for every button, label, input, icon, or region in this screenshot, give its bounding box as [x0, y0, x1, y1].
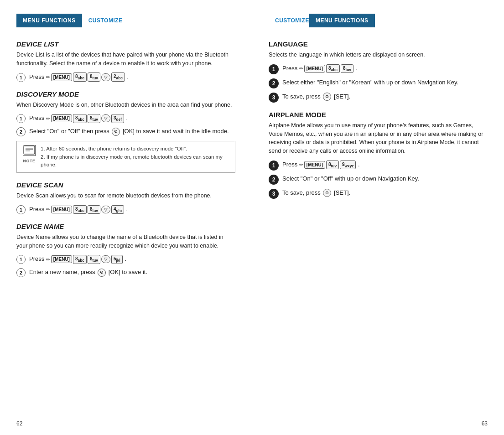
key-8h: 8tuv [88, 255, 100, 264]
key-8e: 8abc [73, 205, 87, 214]
section-device-scan: DEVICE SCAN Device Scan allows you to sc… [16, 181, 235, 214]
step-filled-l3: 3 [269, 93, 279, 103]
airplane-mode-title: AIRPLANE MODE [269, 111, 488, 119]
pencil-icon4: ✏ [46, 257, 50, 262]
key-8d: 8tuv [88, 114, 100, 123]
step-filled-l1: 1 [269, 64, 279, 74]
device-name-step2-text: Enter a new name, press ⊙ [OK] to save i… [29, 268, 147, 277]
language-text: Selects the language in which letters ar… [269, 51, 488, 59]
language-title: LANGUAGE [269, 40, 488, 48]
device-scan-title: DEVICE SCAN [16, 181, 235, 189]
device-list-title: DEVICE LIST [16, 40, 235, 48]
key-nav3: ▽ [101, 206, 110, 213]
discovery-step2-text: Select "On" or "Off" then press ⊙ [OK] t… [29, 127, 229, 136]
section-airplane-mode: AIRPLANE MODE Airplane Mode allows you t… [269, 111, 488, 199]
pencil-icon2: ✏ [46, 116, 50, 121]
right-menu-btn: MENU FUNCTIONS [309, 14, 375, 27]
language-step1: 1 Press ✏[MENU]8abc8tuv . [269, 64, 488, 74]
note-box: NOTE 1. After 60 seconds, the phone retu… [16, 141, 235, 173]
device-scan-step1: 1 Press ✏[MENU]8abc8tuv▽4ghi . [16, 205, 235, 214]
language-step1-text: Press ✏[MENU]8abc8tuv . [282, 64, 357, 73]
ok-circle2: ⊙ [98, 269, 106, 277]
device-scan-step1-text: Press ✏[MENU]8abc8tuv▽4ghi . [29, 205, 128, 214]
discovery-mode-text: When Discovery Mode is on, other Bluetoo… [16, 101, 235, 109]
left-menu-btn: MENU FUNCTIONS [16, 14, 82, 27]
device-name-step2: 2 Enter a new name, press ⊙ [OK] to save… [16, 268, 235, 277]
key-5: 5jkl [111, 255, 123, 264]
key-8b: 8tuv [88, 72, 100, 81]
airplane-step3-text: To save, press ⊙ [SET]. [282, 188, 350, 197]
menu-key4: [MENU] [51, 255, 72, 263]
ok-circle1: ⊙ [112, 128, 120, 136]
pencil-icon: ✏ [46, 74, 50, 80]
menu-key: [MENU] [51, 73, 72, 81]
key-8f: 8tuv [88, 205, 100, 214]
ok-circle4: ⊙ [323, 189, 331, 197]
svg-rect-0 [24, 146, 35, 154]
pencil-icon6: ✏ [299, 162, 303, 167]
language-step2-text: Select either "English" or "Korean" with… [282, 78, 458, 87]
discovery-step1: 1 Press ✏[MENU]8abc8tuv▽3def . [16, 114, 235, 123]
step-circle-d1: 1 [16, 114, 26, 123]
note-line1: 1. After 60 seconds, the phone returns t… [41, 145, 230, 153]
device-name-title: DEVICE NAME [16, 223, 235, 230]
menu-key6: [MENU] [304, 161, 325, 169]
note-icon-graphic [23, 145, 36, 156]
key-2: 2abc [111, 72, 125, 81]
discovery-step1-text: Press ✏[MENU]8abc8tuv▽3def . [29, 114, 128, 123]
airplane-step1-text: Press ✏[MENU]8tuv9wxyz . [282, 160, 360, 169]
step-filled-a3: 3 [269, 189, 279, 199]
key-8k: 8tuv [326, 161, 339, 169]
key-nav4: ▽ [101, 255, 110, 263]
key-8g: 8abc [73, 255, 87, 264]
device-list-text: Device List is a list of the devices tha… [16, 51, 235, 68]
key-3: 3def [111, 114, 124, 123]
step-circle-1: 1 [16, 73, 26, 82]
left-page: MENU FUNCTIONS CUSTOMIZE DEVICE LIST Dev… [0, 0, 252, 435]
section-device-name: DEVICE NAME Device Name allows you to ch… [16, 223, 235, 278]
pencil-icon5: ✏ [299, 66, 303, 71]
language-step3: 3 To save, press ⊙ [SET]. [269, 92, 488, 103]
key-8j: 8tuv [341, 64, 353, 73]
section-discovery-mode: DISCOVERY MODE When Discovery Mode is on… [16, 90, 235, 173]
key-8c: 8abc [73, 114, 87, 123]
language-step2: 2 Select either "English" or "Korean" wi… [269, 78, 488, 88]
key-9: 9wxyz [340, 161, 356, 169]
section-device-list: DEVICE LIST Device List is a list of the… [16, 40, 235, 82]
note-svg [23, 145, 35, 155]
key-8i: 8abc [326, 64, 340, 73]
left-page-num: 62 [16, 420, 22, 427]
device-scan-text: Device Scan allows you to scan for remot… [16, 192, 235, 200]
device-name-text: Device Name allows you to change the nam… [16, 233, 235, 250]
menu-key5: [MENU] [304, 65, 325, 72]
pencil-icon3: ✏ [46, 207, 50, 212]
step-circle-n2: 2 [16, 268, 26, 277]
note-label: NOTE [21, 158, 37, 165]
key-8a: 8abc [73, 72, 87, 81]
step-filled-l2: 2 [269, 78, 279, 88]
airplane-mode-text: Airplane Mode allows you to use many of … [269, 121, 488, 155]
step-filled-a1: 1 [269, 161, 279, 171]
left-customize: CUSTOMIZE [88, 17, 123, 24]
left-header: MENU FUNCTIONS CUSTOMIZE [16, 14, 235, 27]
discovery-step2: 2 Select "On" or "Off" then press ⊙ [OK]… [16, 127, 235, 136]
step-circle-s1: 1 [16, 205, 26, 214]
device-list-step1-text: Press ✏[MENU]8abc8tuv▽2abc . [29, 72, 129, 82]
step-filled-a2: 2 [269, 175, 279, 185]
step-circle-d2: 2 [16, 127, 26, 136]
key-nav: ▽ [101, 73, 110, 81]
device-list-step1: 1 Press ✏[MENU]8abc8tuv▽2abc . [16, 72, 235, 82]
right-page-num: 63 [482, 420, 488, 427]
note-line2: 2. If my phone is in discovery mode on, … [41, 153, 230, 169]
key-4: 4ghi [111, 205, 124, 214]
step-circle-n1: 1 [16, 255, 26, 264]
note-content: 1. After 60 seconds, the phone returns t… [41, 145, 230, 169]
note-icon-area: NOTE [21, 145, 37, 164]
right-customize: CUSTOMIZE [275, 17, 309, 24]
key-nav2: ▽ [101, 114, 110, 122]
airplane-step3: 3 To save, press ⊙ [SET]. [269, 188, 488, 199]
ok-circle3: ⊙ [323, 93, 331, 101]
language-step3-text: To save, press ⊙ [SET]. [282, 92, 350, 101]
airplane-step2: 2 Select "On" or "Off" with up or down N… [269, 174, 488, 185]
device-name-step1: 1 Press ✏[MENU]8abc8tuv▽5jkl . [16, 254, 235, 264]
